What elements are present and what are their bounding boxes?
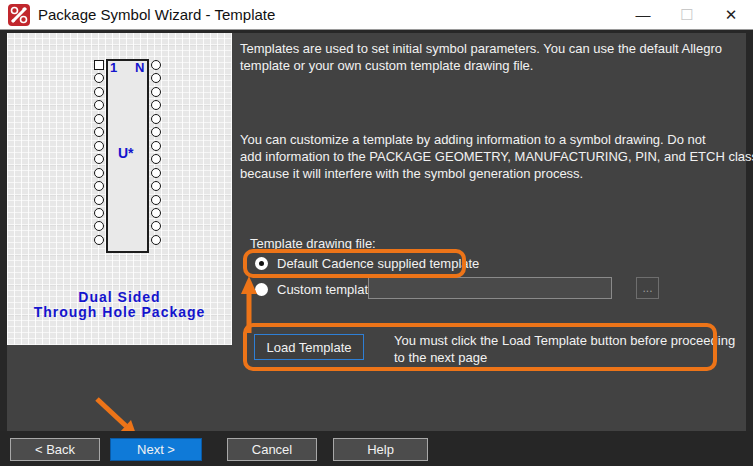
- pin-right: [151, 87, 161, 97]
- intro-paragraph: Templates are used to set initial symbol…: [240, 40, 722, 74]
- pin-right: [151, 195, 161, 205]
- minimize-button[interactable]: —: [621, 0, 665, 30]
- pin-right: [151, 235, 161, 245]
- pin-left: [94, 235, 104, 245]
- customize-line-2: add information to the PACKAGE GEOMETRY,…: [240, 148, 753, 165]
- pin-left: [94, 114, 104, 124]
- next-button[interactable]: Next >: [110, 438, 202, 461]
- back-button[interactable]: < Back: [10, 438, 100, 461]
- maximize-button: ☐: [665, 0, 709, 30]
- template-group-label: Template drawing file:: [250, 235, 376, 252]
- pin-right: [151, 100, 161, 110]
- pin-left: [94, 154, 104, 164]
- pin-left: [94, 208, 104, 218]
- browse-button[interactable]: ...: [636, 277, 659, 299]
- pin-left: [94, 181, 104, 191]
- pin-left: [94, 87, 104, 97]
- package-preview-image: 1 N U* Dual Sided Through Hole Package: [7, 33, 232, 345]
- preview-caption-line1: Dual Sided: [7, 289, 232, 305]
- customize-line-1: You can customize a template by adding i…: [240, 131, 753, 148]
- close-button[interactable]: ✕: [709, 0, 753, 30]
- pin-1-square: [94, 60, 104, 70]
- intro-line-1: Templates are used to set initial symbol…: [240, 40, 722, 57]
- pin-left: [94, 141, 104, 151]
- preview-caption-line2: Through Hole Package: [7, 304, 232, 320]
- pin-right: [151, 221, 161, 231]
- cancel-button[interactable]: Cancel: [227, 438, 317, 461]
- help-button[interactable]: Help: [333, 438, 428, 461]
- window-title: Package Symbol Wizard - Template: [38, 6, 621, 23]
- pin-right: [151, 208, 161, 218]
- radio-default-label: Default Cadence supplied template: [277, 256, 479, 271]
- pin-left: [94, 221, 104, 231]
- pin-right: [151, 168, 161, 178]
- radio-custom-label: Custom template:: [277, 282, 379, 297]
- pin-right: [151, 73, 161, 83]
- footer-bar: < Back Next > Cancel Help: [0, 431, 753, 466]
- refdes-label: U*: [118, 145, 134, 161]
- intro-line-2: template or your own custom template dra…: [240, 57, 722, 74]
- radio-default-template[interactable]: Default Cadence supplied template: [255, 256, 479, 271]
- titlebar: Package Symbol Wizard - Template — ☐ ✕: [0, 0, 753, 30]
- radio-custom-circle[interactable]: [255, 283, 268, 296]
- customize-paragraph: You can customize a template by adding i…: [240, 131, 753, 182]
- pin-right: [151, 127, 161, 137]
- radio-custom-template[interactable]: Custom template:: [255, 282, 379, 297]
- pin1-label: 1: [110, 60, 117, 75]
- load-note-line-2: to the next page: [394, 349, 735, 366]
- custom-template-input[interactable]: [368, 277, 612, 299]
- pin-right: [151, 114, 161, 124]
- pin-right: [151, 60, 161, 70]
- pin-left: [94, 127, 104, 137]
- pinN-label: N: [135, 60, 144, 75]
- pin-right: [151, 181, 161, 191]
- pin-left: [94, 195, 104, 205]
- pin-left: [94, 73, 104, 83]
- pin-left: [94, 100, 104, 110]
- pin-right: [151, 154, 161, 164]
- allegro-app-icon: [8, 4, 30, 26]
- package-symbol-wizard-window: Package Symbol Wizard - Template — ☐ ✕ 1…: [0, 0, 753, 466]
- pin-right: [151, 141, 161, 151]
- load-template-note: You must click the Load Template button …: [394, 332, 735, 366]
- radio-default-circle[interactable]: [255, 257, 268, 270]
- pin-left: [94, 168, 104, 178]
- customize-line-3: because it will interfere with the symbo…: [240, 165, 753, 182]
- load-note-line-1: You must click the Load Template button …: [394, 332, 735, 349]
- load-template-button[interactable]: Load Template: [254, 334, 364, 360]
